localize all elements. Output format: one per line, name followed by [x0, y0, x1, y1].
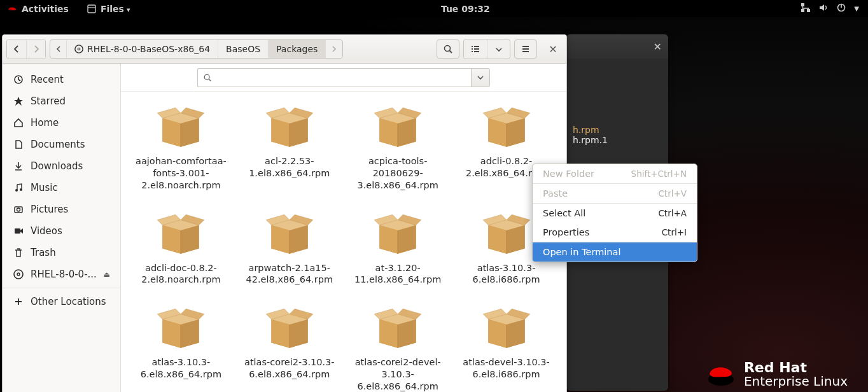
window-close-button[interactable]: ✕ — [543, 39, 563, 59]
svg-point-12 — [445, 46, 451, 52]
package-icon — [153, 98, 209, 154]
path-seg-root[interactable]: RHEL-8-0-0-BaseOS-x86_64 — [67, 40, 218, 58]
hamburger-menu-button[interactable] — [514, 39, 537, 59]
pictures-icon — [13, 204, 24, 215]
search-filter-dropdown[interactable] — [471, 68, 490, 87]
sidebar-item-home[interactable]: Home — [3, 112, 120, 134]
forward-button[interactable] — [26, 39, 45, 59]
files-window: RHEL-8-0-0-BaseOS-x86_64 BaseOS Packages… — [2, 34, 567, 392]
disc-icon — [74, 45, 83, 53]
svg-point-3 — [8, 9, 13, 11]
file-label: atlas-3.10.3-6.el8.i686.rpm — [457, 262, 556, 286]
file-label: atlas-devel-3.10.3-6.el8.i686.rpm — [457, 356, 556, 381]
svg-rect-16 — [472, 48, 473, 50]
terminal-line: h.rpm — [573, 125, 662, 135]
desktop: ✕ h.rpm h.rpm.1 Red Hat Enterprise Linux — [0, 17, 868, 392]
file-item[interactable]: at-3.1.20-11.el8.x86_64.rpm — [347, 205, 449, 296]
package-icon — [479, 98, 535, 154]
volume-icon[interactable] — [818, 3, 829, 15]
close-icon[interactable]: ✕ — [654, 41, 662, 53]
file-item[interactable]: acpica-tools-20180629-3.el8.x86_64.rpm — [347, 98, 449, 201]
sidebar-item-music[interactable]: Music — [3, 177, 120, 199]
package-icon — [262, 98, 318, 154]
file-item[interactable]: acl-2.2.53-1.el8.x86_64.rpm — [239, 98, 340, 201]
sidebar-item-recent[interactable]: Recent — [3, 69, 120, 90]
path-overflow-left[interactable] — [50, 40, 67, 58]
star-icon — [13, 95, 24, 107]
file-label: acpica-tools-20180629-3.el8.x86_64.rpm — [349, 155, 447, 192]
activities-button[interactable]: Activities — [22, 4, 69, 14]
view-options-button[interactable] — [487, 39, 510, 59]
view-toggle-button[interactable] — [464, 39, 487, 59]
files-headerbar: RHEL-8-0-0-BaseOS-x86_64 BaseOS Packages… — [3, 35, 566, 64]
svg-point-28 — [17, 208, 20, 211]
sidebar-item-trash[interactable]: Trash — [3, 242, 120, 263]
svg-rect-17 — [474, 48, 479, 50]
svg-rect-4 — [88, 5, 95, 13]
package-icon — [370, 98, 426, 154]
back-button[interactable] — [7, 39, 26, 59]
file-label: acl-2.2.53-1.el8.x86_64.rpm — [240, 155, 339, 179]
power-icon[interactable] — [836, 3, 846, 15]
icon-grid[interactable]: aajohan-comfortaa-fonts-3.001-2.el8.noar… — [121, 92, 566, 392]
file-item[interactable]: atlas-corei2-devel-3.10.3-6.el8.x86_64.r… — [347, 299, 449, 392]
path-overflow-right[interactable] — [326, 40, 342, 58]
videos-icon — [13, 225, 24, 237]
trash-icon — [13, 247, 24, 258]
svg-point-25 — [20, 188, 22, 191]
terminal-body[interactable]: h.rpm h.rpm.1 — [566, 59, 668, 150]
search-input[interactable] — [217, 73, 466, 83]
sidebar-item-starred[interactable]: Starred — [3, 90, 120, 112]
ctx-properties[interactable]: PropertiesCtrl+I — [533, 223, 697, 242]
package-icon — [153, 205, 209, 261]
sidebar: Recent Starred Home Documents Downloads … — [3, 64, 121, 392]
ctx-open-terminal[interactable]: Open in Terminal — [533, 242, 697, 262]
svg-line-31 — [209, 79, 211, 81]
file-label: arpwatch-2.1a15-42.el8.x86_64.rpm — [240, 262, 339, 286]
chevron-down-icon — [476, 73, 485, 82]
pathbar: RHEL-8-0-0-BaseOS-x86_64 BaseOS Packages — [50, 39, 343, 59]
hamburger-icon — [521, 44, 531, 54]
sidebar-item-documents[interactable]: Documents — [3, 134, 120, 155]
sidebar-item-other-locations[interactable]: Other Locations — [3, 291, 120, 312]
plus-icon — [13, 296, 24, 307]
file-label: at-3.1.20-11.el8.x86_64.rpm — [349, 262, 447, 286]
search-input-wrapper[interactable] — [197, 68, 471, 87]
file-item[interactable]: atlas-3.10.3-6.el8.x86_64.rpm — [130, 299, 232, 392]
file-label: atlas-corei2-3.10.3-6.el8.x86_64.rpm — [240, 356, 339, 381]
sidebar-item-pictures[interactable]: Pictures — [3, 199, 120, 220]
svg-rect-6 — [801, 3, 804, 6]
search-icon — [203, 73, 212, 82]
file-item[interactable]: arpwatch-2.1a15-42.el8.x86_64.rpm — [239, 205, 340, 296]
sidebar-item-videos[interactable]: Videos — [3, 220, 120, 242]
file-item[interactable]: aajohan-comfortaa-fonts-3.001-2.el8.noar… — [130, 98, 232, 201]
svg-line-13 — [450, 51, 452, 53]
network-icon[interactable] — [801, 3, 811, 15]
path-seg[interactable]: BaseOS — [218, 40, 269, 58]
path-seg-current[interactable]: Packages — [269, 40, 326, 58]
svg-rect-14 — [472, 46, 473, 47]
svg-rect-15 — [474, 46, 479, 47]
sidebar-item-downloads[interactable]: Downloads — [3, 155, 120, 177]
search-button[interactable] — [437, 39, 459, 59]
sidebar-item-device[interactable]: RHEL-8-0-0-...⏏ — [3, 263, 120, 288]
search-icon — [443, 44, 453, 54]
distro-logo: Red Hat Enterprise Linux — [704, 360, 848, 388]
package-icon — [479, 205, 535, 261]
file-item[interactable]: adcli-doc-0.8.2-2.el8.noarch.rpm — [130, 205, 232, 296]
eject-icon[interactable]: ⏏ — [104, 270, 110, 279]
svg-rect-18 — [472, 51, 473, 52]
ctx-select-all[interactable]: Select AllCtrl+A — [533, 204, 697, 223]
file-item[interactable]: atlas-devel-3.10.3-6.el8.i686.rpm — [456, 299, 557, 392]
file-item[interactable]: atlas-corei2-3.10.3-6.el8.x86_64.rpm — [239, 299, 340, 392]
terminal-line: h.rpm.1 — [573, 135, 662, 145]
file-label: adcli-doc-0.8.2-2.el8.noarch.rpm — [132, 262, 230, 286]
system-menu-chevron-icon[interactable]: ▼ — [854, 5, 859, 12]
svg-rect-7 — [807, 9, 810, 12]
app-menu[interactable]: Files — [87, 4, 130, 14]
package-icon — [262, 205, 318, 261]
file-label: atlas-3.10.3-6.el8.x86_64.rpm — [132, 356, 230, 381]
clock[interactable]: Tue 09:32 — [130, 4, 801, 14]
svg-rect-29 — [15, 228, 20, 234]
package-icon — [370, 205, 426, 261]
